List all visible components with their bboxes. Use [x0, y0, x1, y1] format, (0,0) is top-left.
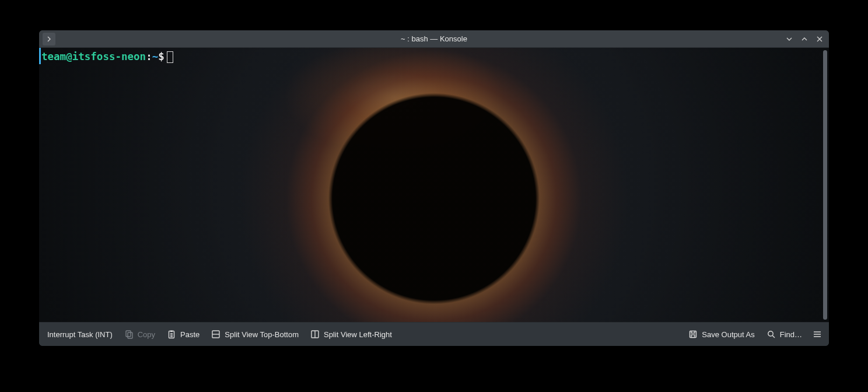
svg-rect-1 — [128, 332, 132, 338]
chevron-down-icon — [785, 35, 793, 43]
copy-label: Copy — [138, 330, 155, 339]
prompt-colon: : — [146, 51, 152, 62]
active-tab-indicator — [39, 48, 41, 64]
svg-rect-6 — [690, 331, 696, 338]
window-title: ~ : bash — Konsole — [39, 34, 829, 43]
paste-button[interactable]: Paste — [162, 326, 204, 342]
konsole-window: ~ : bash — Konsole team@itsfoss- — [39, 30, 829, 346]
split-top-bottom-button[interactable]: Split View Top-Bottom — [206, 326, 303, 342]
terminal-text: team@itsfoss-neon:~$ — [41, 50, 817, 63]
hamburger-menu-button[interactable] — [809, 326, 825, 342]
menu-button[interactable] — [43, 33, 55, 46]
svg-rect-2 — [169, 331, 174, 338]
bottom-toolbar: Interrupt Task (INT) Copy Paste — [39, 322, 829, 346]
maximize-button[interactable] — [797, 32, 811, 46]
chevron-right-icon — [46, 36, 52, 43]
svg-rect-0 — [126, 331, 131, 337]
terminal-area[interactable]: team@itsfoss-neon:~$ — [39, 48, 829, 322]
close-icon — [816, 35, 824, 43]
split-vertical-icon — [310, 330, 320, 339]
scrollbar-thumb[interactable] — [823, 50, 827, 320]
interrupt-task-button[interactable]: Interrupt Task (INT) — [43, 327, 117, 342]
save-output-button[interactable]: Save Output As — [684, 326, 759, 342]
titlebar: ~ : bash — Konsole — [39, 30, 829, 48]
svg-point-8 — [768, 331, 773, 336]
prompt-path: ~ — [152, 51, 159, 62]
save-output-label: Save Output As — [702, 330, 754, 339]
close-button[interactable] — [813, 32, 827, 46]
prompt-host: itsfoss-neon — [72, 51, 146, 62]
terminal-background-image — [39, 48, 829, 322]
copy-button[interactable]: Copy — [120, 326, 160, 342]
terminal-scrollbar[interactable] — [823, 50, 827, 320]
chevron-up-icon — [800, 35, 808, 43]
split-left-right-button[interactable]: Split View Left-Right — [306, 326, 397, 342]
window-controls — [782, 32, 829, 46]
paste-label: Paste — [180, 330, 200, 339]
search-icon — [766, 330, 776, 339]
svg-rect-7 — [691, 335, 695, 338]
interrupt-task-label: Interrupt Task (INT) — [47, 330, 113, 339]
prompt-at: @ — [66, 51, 72, 62]
split-horizontal-icon — [211, 330, 220, 339]
prompt-symbol: $ — [158, 51, 164, 62]
terminal-cursor — [167, 51, 173, 63]
hamburger-icon — [813, 330, 822, 339]
split-top-bottom-label: Split View Top-Bottom — [225, 330, 299, 339]
find-button[interactable]: Find… — [762, 326, 807, 342]
paste-icon — [167, 330, 176, 339]
minimize-button[interactable] — [782, 32, 796, 46]
split-left-right-label: Split View Left-Right — [324, 330, 392, 339]
svg-rect-3 — [170, 331, 173, 332]
save-icon — [688, 330, 698, 339]
find-label: Find… — [780, 330, 802, 339]
copy-icon — [124, 330, 134, 339]
prompt-user: team — [41, 51, 66, 62]
